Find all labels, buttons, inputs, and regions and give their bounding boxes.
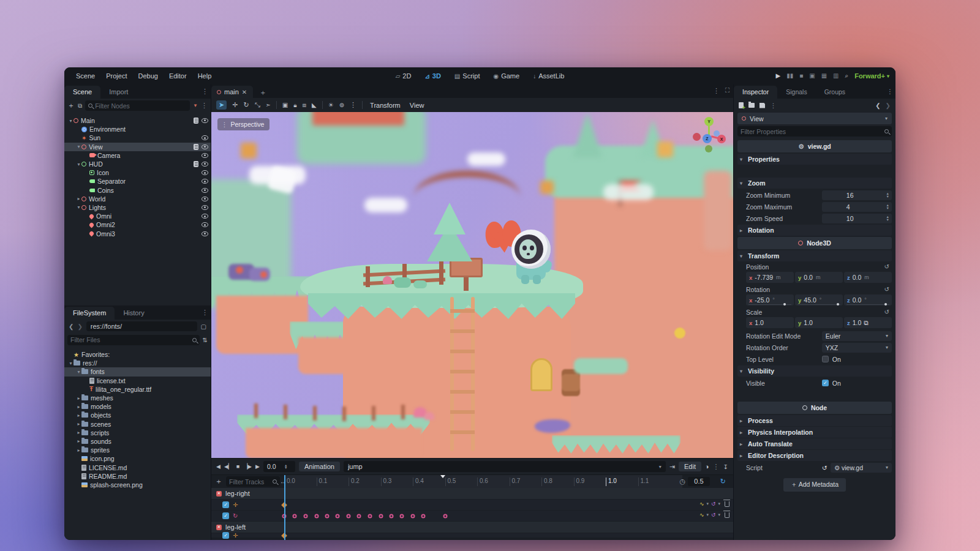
expander-icon[interactable]: ▸ <box>76 413 81 418</box>
animation-menu-button[interactable]: Animation <box>299 462 340 471</box>
resource-menu-icon[interactable]: ⋮ <box>770 102 777 109</box>
visibility-eye-icon[interactable] <box>202 118 208 123</box>
file-tree-row[interactable]: ▾res:// <box>64 359 211 367</box>
track-enabled-checkbox[interactable]: ✓ <box>222 501 229 508</box>
playhead[interactable] <box>284 475 285 540</box>
y-component-field[interactable]: y45.0° <box>795 294 843 305</box>
scene-tree-row[interactable]: Icon <box>64 168 211 177</box>
chevron-down-icon[interactable]: ▾ <box>718 512 720 517</box>
chevron-down-icon[interactable]: ▾ <box>706 512 709 517</box>
step-back-icon[interactable]: ◀▏ <box>224 463 233 470</box>
scene-tree-row[interactable]: ▾View <box>64 143 211 151</box>
attached-script-icon[interactable] <box>194 144 198 150</box>
expander-icon[interactable]: ▾ <box>68 118 74 124</box>
dropdown-field[interactable]: YXZ▾ <box>822 343 892 353</box>
nav-back-icon[interactable]: ❮ <box>69 323 74 330</box>
expander-icon[interactable]: ▸ <box>76 395 81 401</box>
scene-tree-row[interactable]: Camera <box>64 151 211 160</box>
lock-node-icon[interactable]: ▣ <box>282 102 288 108</box>
scene-tree-menu-icon[interactable]: ⋮ <box>201 102 208 110</box>
tab-inspector[interactable]: Inspector <box>734 86 777 99</box>
movie-mode-button[interactable]: ▦ <box>821 72 827 80</box>
z-component-field[interactable]: z1.0⧉ <box>844 317 892 328</box>
file-tree-row[interactable]: ▸scenes <box>64 420 211 429</box>
scale-tool-icon[interactable]: ⤡ <box>255 101 260 109</box>
z-component-field[interactable]: z0.0m <box>844 272 892 283</box>
expander-icon[interactable]: ▾ <box>76 144 81 149</box>
scene-tree-row[interactable]: Environment <box>64 125 211 133</box>
keyframe[interactable] <box>443 514 447 518</box>
group-node-icon[interactable]: ⧈ <box>303 102 306 109</box>
stepper-icon[interactable]: ▲▼ <box>886 216 889 221</box>
chevron-down-icon[interactable]: ▾ <box>706 501 709 506</box>
reset-icon[interactable]: ↺ <box>884 263 889 270</box>
category-transform[interactable]: ▾Transform <box>737 250 892 261</box>
reset-icon[interactable]: ↺ <box>884 286 889 293</box>
keyframe[interactable] <box>303 514 307 518</box>
inspector-dock-menu-icon[interactable]: ⋮ <box>887 88 894 95</box>
menu-help[interactable]: Help <box>194 70 216 81</box>
file-tree-row[interactable]: splash-screen.png <box>64 481 211 489</box>
checkbox[interactable] <box>822 356 829 362</box>
interp-loop-icon[interactable]: ↺ <box>711 512 716 518</box>
menu-debug[interactable]: Debug <box>134 70 162 81</box>
sort-files-icon[interactable]: ⇅ <box>203 337 208 343</box>
reset-icon[interactable]: ↺ <box>822 464 827 471</box>
transform-menu[interactable]: Transform <box>368 102 402 109</box>
keyframe[interactable] <box>357 514 361 518</box>
workspace-script[interactable]: ▤Script <box>450 70 485 81</box>
snap-step-field[interactable]: 0.5 <box>688 477 710 486</box>
tab-import[interactable]: Import <box>100 86 137 99</box>
x-component-field[interactable]: x-7.739m <box>746 272 794 283</box>
filesystem-menu-icon[interactable]: ⋮ <box>202 309 208 317</box>
scene-tree-row[interactable]: Omni2 <box>64 220 211 229</box>
visibility-eye-icon[interactable] <box>202 153 208 158</box>
expander-icon[interactable]: ▸ <box>76 404 81 410</box>
menu-editor[interactable]: Editor <box>165 70 191 81</box>
visibility-eye-icon[interactable] <box>202 231 208 236</box>
number-field[interactable]: 16▲▼ <box>822 190 892 200</box>
file-tree-row[interactable]: ★Favorites: <box>64 350 211 359</box>
y-component-field[interactable]: y0.0m <box>795 272 843 283</box>
time-stepper[interactable]: ▲▼ <box>284 464 287 470</box>
file-tree-row[interactable]: ▸sounds <box>64 437 211 446</box>
workspace-assetlib[interactable]: ↓AssetLib <box>528 70 569 81</box>
attached-script-icon[interactable] <box>194 161 198 167</box>
file-tree-row[interactable]: README.md <box>64 472 211 481</box>
wrap-mode-icon[interactable]: ∿ <box>699 512 704 518</box>
workspace-game[interactable]: ◉Game <box>488 70 524 81</box>
expander-icon[interactable]: ▾ <box>76 369 81 375</box>
visibility-eye-icon[interactable] <box>202 197 208 201</box>
sun-preview-icon[interactable]: ☀ <box>328 102 334 108</box>
snap-clock-icon[interactable]: ◷ <box>679 478 685 485</box>
current-path[interactable]: res://fonts/ <box>86 321 197 331</box>
new-resource-icon[interactable] <box>739 102 744 108</box>
expand-viewport-icon[interactable]: ⛶ <box>725 87 729 95</box>
scene-tree-row[interactable]: Omni3 <box>64 229 211 238</box>
file-tree-row[interactable]: ▸sprites <box>64 446 211 454</box>
visibility-eye-icon[interactable] <box>202 214 208 219</box>
value-slider[interactable] <box>797 304 840 305</box>
track-group-row[interactable]: leg-left <box>211 522 733 533</box>
keyframe[interactable] <box>347 514 351 518</box>
animation-name-dropdown[interactable]: jump ▾ <box>344 461 666 472</box>
list-select-tool-icon[interactable]: ➣ <box>265 102 270 108</box>
tab-history[interactable]: History <box>115 307 153 320</box>
menu-scene[interactable]: Scene <box>72 70 99 81</box>
pause-button[interactable]: ▮▮ <box>786 72 793 80</box>
category-process[interactable]: ▸Process <box>737 415 892 426</box>
keyframe[interactable] <box>314 514 318 518</box>
anim-stop-icon[interactable]: ■ <box>236 463 239 470</box>
axis-gizmo[interactable]: Y Z X <box>693 117 725 152</box>
save-resource-icon[interactable] <box>760 103 765 108</box>
pin-panel-icon[interactable]: ↧ <box>723 463 728 470</box>
keyframe[interactable] <box>368 514 372 518</box>
keyframe[interactable] <box>336 514 340 518</box>
visibility-eye-icon[interactable] <box>202 144 208 149</box>
expander-icon[interactable]: ▾ <box>76 204 81 210</box>
file-tree-row[interactable]: ▸scripts <box>64 429 211 437</box>
environment-preview-icon[interactable]: ⊚ <box>339 102 344 108</box>
filter-properties-input[interactable] <box>741 128 882 135</box>
category-visibility[interactable]: ▾Visibility <box>737 365 892 377</box>
y-component-field[interactable]: y1.0 <box>795 317 843 328</box>
